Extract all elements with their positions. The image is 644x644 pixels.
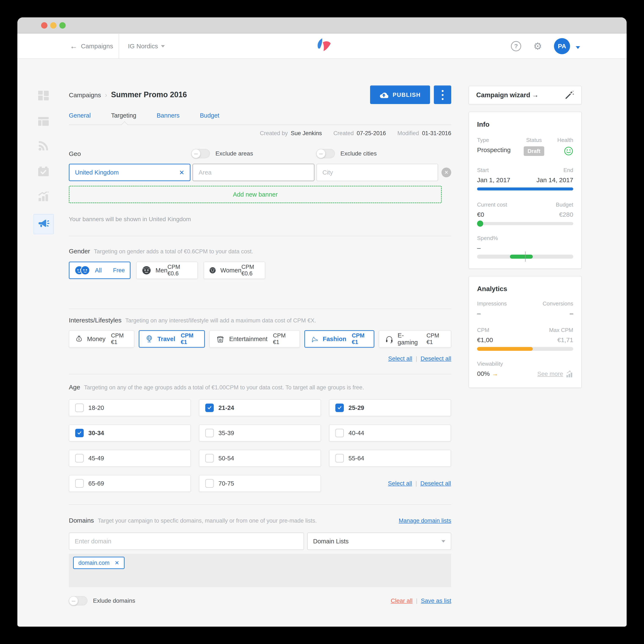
woman-face-icon	[209, 265, 216, 275]
sidebar-item-dashboard-icon[interactable]	[38, 91, 49, 100]
enter-domain-input[interactable]	[69, 533, 304, 550]
settings-button[interactable]: ⚙	[531, 34, 544, 58]
see-more-link[interactable]: See more	[537, 371, 563, 377]
clear-geo-button[interactable]: ✕	[441, 168, 451, 177]
gender-option-label: Men	[155, 267, 167, 274]
interests-deselect-all-link[interactable]: Deselect all	[421, 355, 451, 362]
account-switcher[interactable]: IG Nordics	[128, 34, 165, 58]
traffic-light-close[interactable]	[41, 22, 47, 29]
more-actions-button[interactable]	[434, 85, 451, 104]
app-header: ← Campaigns IG Nordics ? ⚙ PA	[17, 34, 627, 59]
country-chip-remove-icon[interactable]: ✕	[179, 169, 184, 176]
age-option-30-34[interactable]: 30-34	[69, 425, 191, 441]
age-option-35-39[interactable]: 35-39	[199, 425, 321, 441]
popcorn-icon	[216, 334, 225, 344]
age-option-label: 45-49	[88, 455, 104, 462]
interest-option-money[interactable]: $ Money CPM €1	[69, 330, 134, 348]
interest-price: CPM €1	[426, 332, 445, 346]
tab-banners[interactable]: Banners	[157, 112, 179, 125]
country-chip[interactable]: United Kingdom ✕	[69, 164, 190, 181]
info-panel: Info Type Prospecting Status Draft Healt…	[469, 112, 582, 269]
age-option-label: 30-34	[88, 430, 104, 437]
budget-progress-bar	[477, 222, 573, 225]
age-option-40-44[interactable]: 40-44	[329, 425, 451, 441]
traffic-light-minimize[interactable]	[50, 22, 57, 29]
traffic-light-maximize[interactable]	[59, 22, 66, 29]
age-select-all-link[interactable]: Select all	[388, 480, 412, 487]
user-menu-caret-icon[interactable]	[576, 46, 580, 49]
save-as-list-link[interactable]: Save as list	[421, 597, 451, 604]
main-content: Campaigns › Summer Promo 2016 PUBLISH Ge…	[69, 59, 451, 605]
gender-option-men[interactable]: Men CPM €0.6	[136, 262, 198, 279]
city-input[interactable]	[316, 164, 438, 181]
magic-wand-icon	[564, 90, 574, 100]
gender-section-title: Gender	[69, 248, 90, 255]
user-menu[interactable]: PA	[553, 34, 571, 58]
sidebar-item-reports-icon[interactable]	[38, 192, 49, 201]
age-helper: Targeting on any of the age groups adds …	[84, 384, 364, 391]
age-option-21-24[interactable]: 21-24	[199, 399, 321, 416]
clear-all-link[interactable]: Clear all	[391, 597, 413, 604]
exclude-areas-toggle[interactable]: –	[191, 149, 210, 158]
exclude-cities-toggle[interactable]: –	[316, 149, 335, 158]
back-to-campaigns[interactable]: ← Campaigns	[70, 34, 113, 58]
domain-chip[interactable]: domain.com ✕	[73, 557, 125, 569]
domain-chip-remove-icon[interactable]: ✕	[115, 560, 119, 566]
campaign-meta: Created by Sue Jenkins Created 07-25-201…	[69, 130, 451, 137]
impressions-label: Impressions	[477, 300, 507, 307]
sidebar-item-feed-icon[interactable]	[38, 141, 49, 151]
analytics-panel: Analytics Impressions Conversions – – CP…	[469, 276, 582, 388]
interests-select-all-link[interactable]: Select all	[388, 355, 412, 362]
help-button[interactable]: ?	[510, 34, 522, 58]
publish-button[interactable]: PUBLISH	[370, 85, 430, 104]
age-option-25-29[interactable]: 25-29	[329, 399, 451, 416]
tab-general[interactable]: General	[69, 112, 91, 125]
gender-option-price: Free	[113, 267, 125, 274]
all-genders-icon	[75, 265, 91, 275]
checkbox-unchecked	[75, 404, 84, 412]
add-new-banner-button[interactable]: Add new banner	[69, 186, 442, 203]
gender-option-all[interactable]: All Free	[69, 262, 130, 279]
interest-option-egaming[interactable]: E-gaming CPM €1	[379, 330, 451, 348]
manage-domain-lists-link[interactable]: Manage domain lists	[399, 518, 451, 524]
toggle-knob: –	[191, 149, 201, 158]
exclude-domains-toggle[interactable]: –	[69, 596, 87, 605]
sidebar-item-schedule-icon[interactable]	[38, 167, 49, 176]
man-face-icon	[142, 265, 151, 275]
check-icon	[77, 430, 82, 436]
campaign-wizard-button[interactable]: Campaign wizard →	[469, 86, 582, 104]
gender-option-women[interactable]: Women CPM €0.6	[204, 262, 265, 279]
breadcrumb-campaigns[interactable]: Campaigns	[69, 92, 101, 99]
age-option-55-64[interactable]: 55-64	[329, 450, 451, 467]
window-titlebar	[17, 17, 627, 33]
domain-lists-value: Domain Lists	[313, 538, 349, 545]
age-deselect-all-link[interactable]: Deselect all	[420, 480, 451, 487]
exclude-cities-toggle-group: – Exclude cities	[316, 149, 377, 158]
start-label: Start	[477, 167, 489, 173]
interest-option-fashion[interactable]: Fashion CPM €1	[304, 330, 374, 348]
interest-option-entertainment[interactable]: Entertainment CPM €1	[209, 330, 300, 348]
age-option-45-49[interactable]: 45-49	[69, 450, 191, 467]
age-option-50-54[interactable]: 50-54	[199, 450, 321, 467]
domain-chip-label: domain.com	[78, 560, 110, 566]
interest-option-travel[interactable]: Travel CPM €1	[139, 330, 205, 348]
sidebar-item-campaigns-active[interactable]	[33, 214, 54, 234]
gender-option-price: CPM €0.6	[167, 264, 192, 277]
spend-slider[interactable]	[477, 255, 573, 259]
modified-value: 01-31-2016	[422, 130, 451, 137]
sidebar-item-layout-icon[interactable]	[38, 117, 49, 126]
check-icon	[337, 405, 342, 410]
checkbox-checked	[75, 429, 84, 437]
section-divider	[69, 504, 451, 505]
age-option-65-69[interactable]: 65-69	[69, 475, 191, 492]
tab-budget[interactable]: Budget	[200, 112, 219, 125]
area-input[interactable]	[193, 164, 314, 181]
spend-slider-handle[interactable]	[510, 255, 533, 259]
interest-label: Travel	[157, 336, 175, 343]
viewability-label: Viewability	[477, 361, 503, 367]
link-separator: |	[415, 480, 417, 487]
impressions-value: –	[477, 310, 481, 317]
age-option-18-20[interactable]: 18-20	[69, 399, 191, 416]
age-option-70-75[interactable]: 70-75	[199, 475, 321, 492]
domain-lists-dropdown[interactable]: Domain Lists	[307, 533, 451, 550]
